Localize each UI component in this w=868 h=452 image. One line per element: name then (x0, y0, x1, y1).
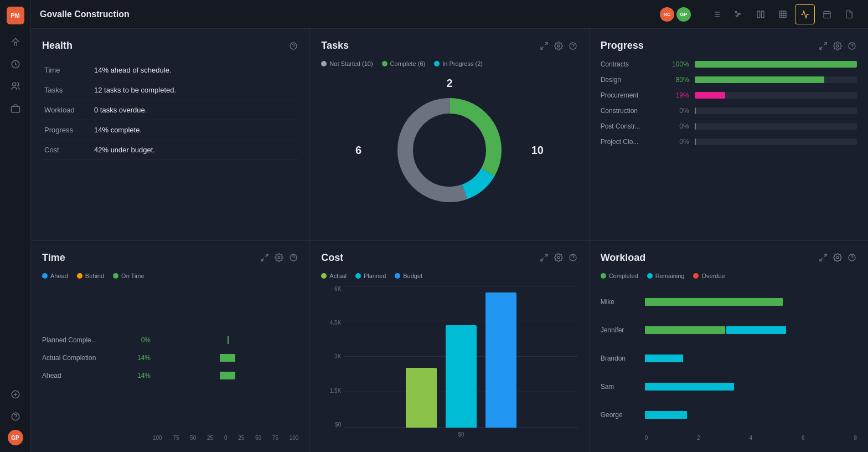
sidebar-item-people[interactable] (7, 78, 24, 95)
time-row-actual: Actual Completion 14% (42, 354, 298, 362)
progress-bar-project-clo (695, 138, 857, 145)
cost-actions (539, 253, 578, 263)
svg-rect-2 (11, 106, 19, 112)
cost-expand-icon[interactable] (539, 253, 549, 263)
cost-bar-actual (406, 368, 437, 428)
header-avatars: RC GP (660, 7, 691, 22)
time-expand-icon[interactable] (260, 253, 270, 263)
progress-pct-construction: 0% (667, 107, 689, 115)
svg-line-43 (541, 258, 544, 261)
progress-pct-post-constr: 0% (667, 122, 689, 130)
time-bar-ahead (156, 372, 298, 379)
calendar-view-button[interactable] (817, 4, 837, 24)
progress-row-design: Design 80% (601, 76, 857, 84)
wl-label-sam: Sam (601, 383, 639, 391)
list-view-button[interactable] (706, 4, 726, 24)
health-value-workload: 0 tasks overdue. (92, 100, 298, 120)
svg-point-40 (278, 256, 280, 259)
cost-settings-icon[interactable] (554, 253, 564, 263)
wl-row-george: George (601, 411, 857, 419)
sidebar-item-portfolio[interactable] (7, 100, 24, 117)
progress-row-contracts: Contracts 100% (601, 60, 857, 68)
tasks-help-icon[interactable] (568, 41, 578, 51)
avatar-gp: GP (676, 7, 691, 22)
health-table: Time 14% ahead of schedule. Tasks 12 tas… (42, 60, 298, 160)
health-row-workload: Workload 0 tasks overdue. (42, 100, 298, 120)
workload-x-axis: 0 2 4 6 8 (601, 435, 857, 441)
wl-bar-mike-completed (645, 298, 783, 306)
time-label-planned: Planned Comple... (42, 336, 125, 344)
wl-row-jennifer: Jennifer (601, 326, 857, 334)
workload-chart: Mike Jennifer (601, 288, 857, 441)
wl-bars-george (645, 411, 857, 419)
wl-row-mike: Mike (601, 298, 857, 306)
sidebar-item-add[interactable] (7, 386, 24, 403)
svg-line-46 (824, 254, 826, 257)
time-x-axis: 100 75 50 25 0 25 50 75 100 (42, 435, 298, 441)
cost-panel: Cost Actual (310, 241, 588, 453)
progress-label-construction: Construction (601, 107, 662, 115)
svg-point-1 (12, 83, 16, 86)
tasks-settings-icon[interactable] (554, 41, 564, 51)
progress-bar-procurement (695, 92, 857, 99)
cost-title: Cost (321, 252, 343, 264)
wl-label-brandon: Brandon (601, 355, 639, 362)
header-toolbar (706, 4, 859, 24)
progress-label-project-clo: Project Clo... (601, 138, 662, 146)
wl-label-mike: Mike (601, 298, 639, 306)
workload-expand-icon[interactable] (818, 253, 828, 263)
cost-legend: Actual Planned Budget (321, 273, 577, 279)
board-view-button[interactable] (751, 4, 771, 24)
progress-label-post-constr: Post Constr... (601, 122, 662, 130)
time-settings-icon[interactable] (274, 253, 284, 263)
health-label-workload: Workload (42, 100, 92, 120)
svg-rect-13 (736, 15, 738, 16)
health-label-tasks: Tasks (42, 80, 92, 100)
svg-rect-12 (737, 13, 740, 14)
app-logo[interactable]: PM (7, 7, 24, 24)
health-row-cost: Cost 42% under budget. (42, 140, 298, 160)
time-help-icon[interactable] (288, 253, 298, 263)
legend-remaining: Remaining (647, 273, 685, 279)
cost-help-icon[interactable] (568, 253, 578, 263)
sidebar-item-help[interactable] (7, 408, 24, 425)
pulse-view-button[interactable] (795, 4, 815, 24)
svg-point-48 (836, 256, 839, 259)
wl-row-brandon: Brandon (601, 355, 857, 362)
svg-rect-15 (761, 11, 764, 18)
time-bar-planned (156, 336, 298, 344)
sidebar-item-home[interactable] (7, 33, 24, 51)
sidebar-item-clock[interactable] (7, 55, 24, 73)
progress-row-procurement: Procurement 19% (601, 91, 857, 99)
progress-row-construction: Construction 0% (601, 107, 857, 115)
docs-view-button[interactable] (839, 4, 859, 24)
progress-help-icon[interactable] (847, 41, 857, 51)
workload-help-icon[interactable] (847, 253, 857, 263)
health-help-icon[interactable] (288, 41, 298, 51)
progress-label-contracts: Contracts (601, 60, 662, 68)
time-title: Time (42, 252, 65, 264)
workload-legend: Completed Remaining Overdue (601, 273, 857, 279)
tasks-panel-header: Tasks (321, 40, 577, 52)
time-label-ahead: Ahead (42, 372, 125, 379)
cost-bars (344, 286, 577, 428)
tasks-donut-chart: 6 10 2 (321, 71, 577, 229)
progress-expand-icon[interactable] (818, 41, 828, 51)
workload-panel-header: Workload (601, 252, 857, 264)
progress-title: Progress (601, 40, 644, 52)
table-view-button[interactable] (773, 4, 793, 24)
time-pct-ahead: 14% (131, 372, 151, 379)
workload-settings-icon[interactable] (833, 253, 843, 263)
workload-rows: Mike Jennifer (601, 288, 857, 430)
gantt-view-button[interactable] (728, 4, 748, 24)
svg-rect-11 (735, 11, 737, 12)
svg-rect-16 (779, 11, 786, 18)
donut-label-right: 10 (531, 144, 544, 157)
cost-chart-area: 6K 4.5K 3K 1.5K $0 (321, 286, 577, 441)
tasks-expand-icon[interactable] (539, 41, 549, 51)
wl-bar-jennifer-remaining (726, 326, 786, 334)
time-row-ahead: Ahead 14% (42, 372, 298, 379)
progress-settings-icon[interactable] (833, 41, 843, 51)
user-avatar[interactable]: GP (8, 430, 23, 445)
progress-bar-post-constr (695, 123, 857, 130)
